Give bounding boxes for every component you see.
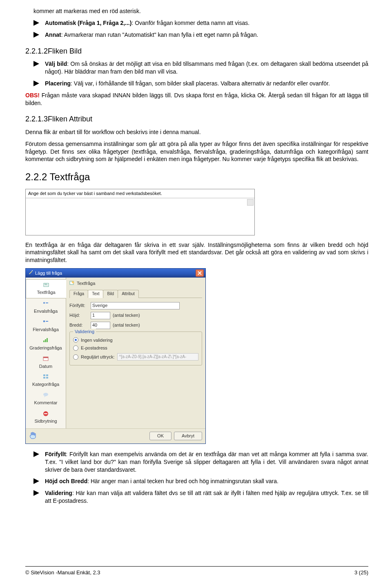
svg-rect-9 (46, 321, 48, 322)
tab-fraga[interactable]: Fråga (69, 290, 88, 298)
svg-rect-18 (46, 377, 48, 379)
bullet-text: : Om så önskas är det möjligt att visa e… (45, 60, 368, 75)
dialog-footer: OK Avbryt (26, 428, 205, 444)
top-bullets: Automatisk (Fråga 1, Fråga 2,...): Ovanf… (25, 19, 368, 39)
sidebar-item-textfraga[interactable]: Textfråga (26, 279, 66, 298)
cancel-button[interactable]: Avbryt (174, 432, 202, 440)
radio-epost[interactable]: E-postadress (73, 345, 198, 351)
close-button[interactable] (196, 269, 204, 277)
row-hojd: Höjd: 1 (antal tecken) (69, 312, 202, 319)
sidebar-item-envalsfraga[interactable]: Envalsfråga (26, 298, 66, 317)
textfraga-textarea[interactable] (26, 198, 254, 235)
sidebar-item-datum[interactable]: Datum (26, 354, 66, 372)
radio-ingen[interactable]: Ingen validering (73, 337, 198, 343)
bullet-text: : Förifyllt kan man exempelvis använda o… (45, 451, 368, 473)
bullet-annat: Annat: Avmarkerar man rutan "Automatiskt… (33, 31, 368, 39)
svg-rect-7 (46, 302, 48, 303)
sidebar-item-kommentar[interactable]: Kommentar (26, 390, 66, 408)
sidebar-label: Envalsfråga (27, 308, 64, 314)
textfraga-icon (28, 282, 65, 289)
radio-regex[interactable]: Reguljärt uttryck:^[a-zA-Z0-9].[a-zA-Z][… (73, 353, 198, 361)
sidebar-item-flervalsfraga[interactable]: Flervalsfråga (26, 317, 66, 335)
bullet-arrow-icon (33, 490, 39, 498)
datum-icon (27, 356, 64, 363)
fieldset-legend: Validering (73, 329, 96, 335)
obs-label: OBS! (25, 92, 40, 99)
forifyllt-input[interactable]: Sverige (91, 302, 180, 309)
svg-rect-16 (46, 374, 48, 376)
dialog-title-text: Lägg till fråga (35, 270, 62, 276)
forifyllt-label: Förifyllt: (69, 302, 88, 309)
tab-attribut[interactable]: Attribut (118, 290, 139, 298)
bullet-arrow-icon (33, 20, 39, 28)
envalsfraga-icon (27, 301, 64, 307)
svg-marker-3 (33, 81, 39, 86)
heading-textfraga: 2.2.2 Textfråga (25, 170, 368, 184)
obs-paragraph: OBS! Frågan måste vara skapad INNAN bild… (25, 92, 368, 107)
ok-button[interactable]: OK (149, 432, 172, 440)
question-type-sidebar: Textfråga Envalsfråga Flervalsfråga Grad… (26, 278, 66, 428)
sidebar-label: Kommentar (27, 400, 64, 406)
bullet-validering: Validering: Här kan man välja att valide… (33, 489, 368, 505)
kategorifraga-icon (27, 374, 64, 381)
radio-label: E-postadress (81, 345, 107, 351)
bottom-bullets: Förifyllt: Förifyllt kan man exempelvis … (25, 450, 368, 505)
svg-point-19 (43, 393, 48, 396)
sidebar-label: Flervalsfråga (27, 327, 64, 333)
bullet-text: : Ovanför frågan kommer detta namn att v… (131, 20, 249, 26)
heading-fliken-attribut: 2.2.1.3Fliken Attribut (25, 114, 368, 124)
add-question-dialog: Lägg till fråga Textfråga Envalsfråga Fl… (25, 268, 206, 444)
bullet-arrow-icon (33, 451, 39, 459)
dialog-body: Textfråga Envalsfråga Flervalsfråga Grad… (26, 278, 205, 428)
edit-icon (69, 280, 75, 287)
radio-label: Ingen validering (81, 337, 113, 343)
svg-marker-23 (33, 451, 39, 457)
textfraga-p1: En textfråga är en fråga där deltagaren … (25, 241, 368, 264)
sidebar-label: Datum (27, 363, 64, 370)
svg-marker-0 (33, 20, 39, 26)
bredd-label: Bredd: (69, 322, 88, 328)
bullet-forifyllt: Förifyllt: Förifyllt kan man exempelvis … (33, 450, 368, 474)
sidebar-item-kategorifraga[interactable]: Kategorifråga (26, 372, 66, 390)
document-page: kommer att markeras med en röd asterisk.… (0, 0, 392, 587)
textfraga-label: Ange det som du tycker var bäst i samban… (26, 189, 254, 198)
attribut-p2: Förutom dessa gemensamma inställningar s… (25, 140, 368, 164)
svg-rect-12 (47, 338, 48, 342)
wand-icon (28, 270, 33, 276)
bullet-bold: Automatisk (Fråga 1, Fråga 2,...) (45, 20, 131, 26)
dialog-title: Lägg till fråga (28, 270, 62, 276)
sidbrytning-icon (27, 411, 64, 417)
close-icon (198, 271, 202, 275)
panel-title: Textfråga (69, 280, 202, 287)
sidebar-item-graderingsfraga[interactable]: Graderingsfråga (26, 335, 66, 354)
bullet-valj-bild: Välj bild: Om så önskas är det möjligt a… (33, 60, 368, 76)
regex-input[interactable]: ^[a-zA-Z0-9].[a-zA-Z][a-zA-Z\.]*[a-zA- (117, 353, 198, 361)
row-bredd: Bredd: 40 (antal tecken) (69, 322, 202, 329)
svg-rect-17 (43, 377, 45, 379)
dialog-titlebar[interactable]: Lägg till fråga (26, 269, 205, 278)
page-footer: © SiteVision -Manual Enkät, 2.3 3 (25) (25, 569, 368, 576)
hojd-input[interactable]: 1 (91, 312, 110, 319)
row-forifyllt: Förifyllt: Sverige (69, 302, 202, 309)
svg-rect-14 (43, 357, 48, 358)
bullet-text: : Här anger man i antal tecken hur bred … (87, 478, 278, 484)
textfraga-example: Ange det som du tycker var bäst i samban… (25, 189, 255, 235)
bullet-arrow-icon (33, 61, 39, 69)
flervalsfraga-icon (27, 319, 64, 326)
bullet-arrow-icon (33, 478, 39, 486)
tab-text[interactable]: Text (88, 290, 103, 298)
svg-rect-8 (43, 320, 45, 322)
bredd-input[interactable]: 40 (91, 322, 110, 329)
svg-rect-10 (43, 341, 45, 342)
dialog-main: Textfråga Fråga Text Bild Attribut Förif… (66, 278, 205, 428)
fieldset-validering: Validering Ingen validering E-postadress… (69, 332, 202, 366)
bullet-text: : Här kan man välja att validera fältet … (45, 490, 368, 504)
sidebar-item-sidbrytning[interactable]: Sidbrytning (26, 408, 66, 427)
panel-title-text: Textfråga (77, 280, 95, 287)
bullet-bold: Välj bild (45, 60, 67, 67)
tab-bild[interactable]: Bild (103, 290, 118, 298)
bullet-automatisk: Automatisk (Fråga 1, Fråga 2,...): Ovanf… (33, 19, 368, 27)
svg-marker-1 (33, 32, 39, 38)
hojd-unit: (antal tecken) (113, 312, 140, 318)
svg-rect-21 (44, 413, 47, 414)
